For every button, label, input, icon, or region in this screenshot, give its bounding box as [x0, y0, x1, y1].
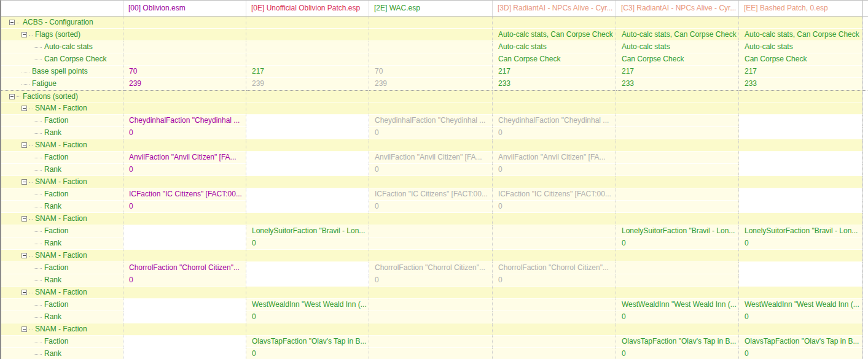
record-value-cell[interactable]: 0: [246, 237, 369, 250]
record-value-cell[interactable]: [369, 299, 493, 311]
record-value-cell[interactable]: [369, 139, 493, 152]
record-value-cell[interactable]: 0: [493, 164, 616, 176]
record-value-cell[interactable]: [369, 17, 493, 29]
tree-node[interactable]: Faction: [1, 152, 123, 164]
plugin-column-header[interactable]: [EE] Bashed Patch, 0.esp: [739, 1, 862, 16]
record-value-cell[interactable]: 0: [369, 274, 493, 287]
record-value-cell[interactable]: [123, 41, 246, 53]
record-value-cell[interactable]: WestWealdInn "West Weald Inn (...: [616, 299, 739, 311]
record-value-cell[interactable]: 217: [616, 66, 739, 78]
collapse-expander-icon[interactable]: [22, 32, 27, 37]
tree-node[interactable]: SNAM - Faction: [1, 102, 123, 115]
tree-node[interactable]: Rank: [1, 274, 123, 287]
record-value-cell[interactable]: [616, 250, 739, 262]
record-value-cell[interactable]: [369, 336, 493, 348]
plugin-column-header[interactable]: [0E] Unofficial Oblivion Patch.esp: [246, 1, 369, 16]
collapse-expander-icon[interactable]: [9, 20, 15, 25]
record-value-cell[interactable]: [739, 250, 862, 262]
record-value-cell[interactable]: [369, 311, 493, 323]
record-value-cell[interactable]: [493, 139, 616, 152]
plugin-column-header[interactable]: [00] Oblivion.esm: [123, 1, 246, 16]
record-value-cell[interactable]: [123, 29, 246, 41]
record-value-cell[interactable]: [246, 287, 369, 299]
record-value-cell[interactable]: [123, 311, 246, 323]
record-value-cell[interactable]: CheydinhalFaction "Cheydinhal ...: [123, 115, 246, 127]
record-value-cell[interactable]: [739, 17, 862, 29]
record-value-cell[interactable]: [493, 348, 616, 359]
collapse-expander-icon[interactable]: [22, 290, 27, 295]
plugin-column-header[interactable]: [3D] RadiantAI - NPCs Alive - Cyr...: [493, 1, 616, 16]
record-value-cell[interactable]: [123, 225, 246, 237]
record-value-cell[interactable]: [616, 127, 739, 139]
record-value-cell[interactable]: 0: [739, 348, 862, 359]
tree-node[interactable]: SNAM - Faction: [1, 250, 123, 262]
record-value-cell[interactable]: WestWealdInn "West Weald Inn (...: [246, 299, 369, 311]
record-value-cell[interactable]: 0: [493, 127, 616, 139]
record-value-cell[interactable]: ChorrolFaction "Chorrol Citizen"...: [123, 262, 246, 274]
record-value-cell[interactable]: Can Corpse Check: [739, 53, 862, 66]
record-value-cell[interactable]: [369, 213, 493, 225]
tree-node[interactable]: Auto-calc stats: [1, 41, 123, 53]
record-value-cell[interactable]: [123, 90, 246, 102]
record-value-cell[interactable]: [369, 348, 493, 359]
record-value-cell[interactable]: [739, 139, 862, 152]
record-value-cell[interactable]: ChorrolFaction "Chorrol Citizen"...: [493, 262, 616, 274]
record-value-cell[interactable]: 0: [369, 127, 493, 139]
record-value-cell[interactable]: [123, 287, 246, 299]
record-value-cell[interactable]: [246, 29, 369, 41]
tree-node[interactable]: Faction: [1, 262, 123, 274]
record-value-cell[interactable]: [616, 164, 739, 176]
record-value-cell[interactable]: [493, 336, 616, 348]
record-value-cell[interactable]: [246, 53, 369, 66]
record-value-cell[interactable]: [369, 41, 493, 53]
tree-node[interactable]: Flags (sorted): [1, 29, 123, 41]
record-value-cell[interactable]: 239: [123, 78, 246, 90]
record-value-cell[interactable]: [739, 188, 862, 201]
tree-node[interactable]: Rank: [1, 237, 123, 250]
tree-node[interactable]: Can Corpse Check: [1, 53, 123, 66]
tree-node[interactable]: SNAM - Faction: [1, 176, 123, 188]
record-value-cell[interactable]: [493, 287, 616, 299]
record-value-cell[interactable]: CheydinhalFaction "Cheydinhal ...: [493, 115, 616, 127]
record-value-cell[interactable]: [246, 152, 369, 164]
record-value-cell[interactable]: 217: [246, 66, 369, 78]
record-value-cell[interactable]: [739, 201, 862, 213]
record-value-cell[interactable]: [493, 225, 616, 237]
tree-node[interactable]: ACBS - Configuration: [1, 17, 123, 29]
collapse-expander-icon[interactable]: [22, 326, 27, 332]
plugin-column-header[interactable]: [2E] WAC.esp: [369, 1, 493, 16]
record-value-cell[interactable]: 0: [123, 274, 246, 287]
record-value-cell[interactable]: [616, 152, 739, 164]
collapse-expander-icon[interactable]: [22, 216, 27, 222]
record-value-cell[interactable]: [246, 176, 369, 188]
record-value-cell[interactable]: 0: [246, 348, 369, 359]
record-value-cell[interactable]: [123, 299, 246, 311]
record-value-cell[interactable]: 0: [369, 201, 493, 213]
record-value-cell[interactable]: [369, 176, 493, 188]
record-value-cell[interactable]: [369, 250, 493, 262]
record-value-cell[interactable]: 0: [616, 348, 739, 359]
record-value-cell[interactable]: 233: [493, 78, 616, 90]
record-value-cell[interactable]: [369, 29, 493, 41]
record-value-cell[interactable]: [739, 152, 862, 164]
record-value-cell[interactable]: AnvilFaction "Anvil Citizen" [FA...: [369, 152, 493, 164]
record-value-cell[interactable]: [369, 287, 493, 299]
tree-node[interactable]: Rank: [1, 348, 123, 359]
record-value-cell[interactable]: Can Corpse Check: [493, 53, 616, 66]
tree-node[interactable]: SNAM - Faction: [1, 323, 123, 336]
record-value-cell[interactable]: 0: [123, 127, 246, 139]
collapse-expander-icon[interactable]: [9, 94, 15, 99]
record-value-cell[interactable]: LonelySuitorFaction "Bravil - Lon...: [616, 225, 739, 237]
record-value-cell[interactable]: [616, 201, 739, 213]
record-value-cell[interactable]: [123, 53, 246, 66]
record-value-cell[interactable]: ChorrolFaction "Chorrol Citizen"...: [369, 262, 493, 274]
record-value-cell[interactable]: [493, 237, 616, 250]
record-value-cell[interactable]: OlavsTapFaction "Olav's Tap in B...: [246, 336, 369, 348]
record-value-cell[interactable]: CheydinhalFaction "Cheydinhal ...: [369, 115, 493, 127]
record-value-cell[interactable]: 217: [739, 66, 862, 78]
record-value-cell[interactable]: [739, 213, 862, 225]
record-value-cell[interactable]: 70: [123, 66, 246, 78]
tree-node[interactable]: Rank: [1, 201, 123, 213]
record-value-cell[interactable]: [246, 17, 369, 29]
record-value-cell[interactable]: [369, 323, 493, 336]
